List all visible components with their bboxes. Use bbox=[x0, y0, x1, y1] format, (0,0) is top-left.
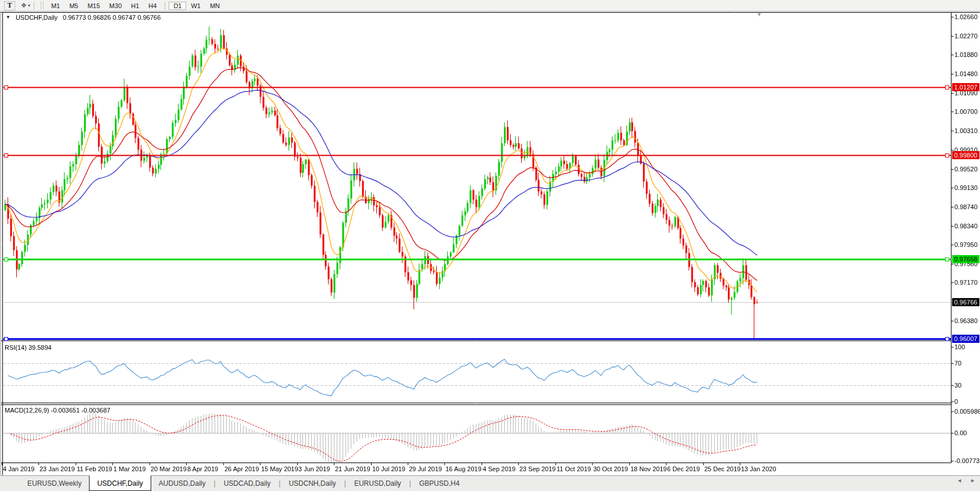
chart-tab-audusd[interactable]: AUDUSD,Daily bbox=[151, 476, 213, 491]
tab-scroll-right-icon[interactable]: ► bbox=[970, 478, 975, 483]
date-tick-label: 26 Apr 2019 bbox=[224, 465, 259, 472]
date-tick-label: 3 Jun 2019 bbox=[298, 465, 330, 472]
price-tick-label: 0.99130 bbox=[954, 184, 978, 191]
date-tick-label: 11 Feb 2019 bbox=[77, 465, 112, 472]
timeframe-button-h1[interactable]: H1 bbox=[126, 2, 144, 10]
rsi-scale-label: 30 bbox=[954, 382, 961, 389]
date-tick-label: 11 Oct 2019 bbox=[557, 465, 591, 472]
rsi-indicator-label: RSI(14) 39.5894 bbox=[5, 344, 52, 351]
price-tick-label: 1.01880 bbox=[954, 51, 978, 58]
timeframe-button-mn[interactable]: MN bbox=[205, 2, 224, 10]
scroll-position-icon[interactable]: ▼ bbox=[757, 12, 762, 17]
chart-ohlc-values: 0.96773 0.96826 0.96747 0.96766 bbox=[63, 14, 161, 21]
date-tick-label: 29 Jul 2019 bbox=[409, 465, 442, 472]
chevron-down-icon: ▾ bbox=[28, 3, 30, 8]
trading-terminal: { "toolbar": { "text_tool_label": "T", "… bbox=[0, 0, 980, 491]
toolbar-grip bbox=[41, 2, 44, 9]
timeframe-button-m1[interactable]: M1 bbox=[47, 2, 65, 10]
chart-canvas[interactable] bbox=[0, 0, 980, 491]
date-tick-label: 20 Mar 2019 bbox=[151, 465, 187, 472]
date-tick-label: 25 Dec 2019 bbox=[704, 465, 740, 472]
date-tick-label: 13 Jan 2020 bbox=[741, 465, 776, 472]
timeframe-button-h4[interactable]: H4 bbox=[144, 2, 161, 10]
price-tick-label: 1.00310 bbox=[954, 127, 978, 134]
chart-tab-bar: EURUSD,WeeklyUSDCHF,DailyAUDUSD,Daily|US… bbox=[0, 475, 980, 491]
price-tick-label: 0.97950 bbox=[954, 241, 978, 248]
price-tick-label: 0.98340 bbox=[954, 223, 978, 230]
date-tick-label: 10 Jul 2019 bbox=[372, 465, 405, 472]
date-tick-label: 23 Sep 2019 bbox=[519, 465, 555, 472]
chart-tab-gbpusd[interactable]: GBPUSD,H4 bbox=[412, 476, 467, 491]
price-level-badge: 0.96007 bbox=[952, 335, 979, 343]
chart-tab-usdcnh[interactable]: USDCNH,Daily bbox=[281, 476, 343, 491]
timeframe-toolbar: T ❖ ▾ M1M5M15M30H1H4D1W1MN bbox=[0, 0, 980, 12]
chart-tab-usdchf[interactable]: USDCHF,Daily bbox=[89, 475, 151, 491]
price-tick-label: 0.97170 bbox=[954, 279, 978, 286]
price-tick-label: 1.01480 bbox=[954, 70, 978, 77]
arrange-windows-button[interactable]: ❖ ▾ bbox=[21, 2, 30, 9]
price-tick-label: 1.00700 bbox=[954, 108, 978, 115]
price-level-badge: 1.01207 bbox=[952, 83, 979, 91]
date-tick-label: 21 Jun 2019 bbox=[335, 465, 370, 472]
chart-title: ▼ USDCHF,Daily 0.96773 0.96826 0.96747 0… bbox=[6, 14, 161, 21]
date-tick-label: 16 Aug 2019 bbox=[446, 465, 482, 472]
tab-scroll-arrows: ◄ ► bbox=[957, 478, 975, 483]
text-tool-button[interactable]: T bbox=[4, 1, 15, 10]
timeframe-button-m5[interactable]: M5 bbox=[65, 2, 83, 10]
timeframe-button-group: M1M5M15M30H1H4D1W1MN bbox=[47, 2, 224, 10]
price-level-badge: 0.96766 bbox=[952, 298, 979, 306]
chart-menu-caret-icon[interactable]: ▼ bbox=[6, 15, 10, 21]
rsi-scale-label: 0 bbox=[954, 398, 958, 405]
arrange-windows-icon: ❖ bbox=[21, 2, 27, 9]
date-tick-label: 1 Mar 2019 bbox=[113, 465, 146, 472]
date-tick-label: 18 Nov 2019 bbox=[630, 465, 667, 472]
chart-tab-eurusd[interactable]: EURUSD,Daily bbox=[347, 476, 409, 491]
macd-scale-label: 0.00 bbox=[954, 429, 967, 436]
timeframe-button-m30[interactable]: M30 bbox=[105, 2, 126, 10]
timeframe-button-d1[interactable]: D1 bbox=[169, 2, 186, 10]
rsi-scale-label: 100 bbox=[954, 343, 965, 350]
price-tick-label: 0.96380 bbox=[954, 317, 978, 324]
price-tick-label: 0.98740 bbox=[954, 203, 978, 210]
price-tick-label: 1.02660 bbox=[954, 13, 978, 20]
toolbar-separator bbox=[34, 2, 34, 10]
macd-scale-label: 0.005986 bbox=[954, 408, 980, 415]
tab-scroll-left-icon[interactable]: ◄ bbox=[957, 478, 962, 483]
chart-tab-eurusd[interactable]: EURUSD,Weekly bbox=[20, 476, 89, 491]
rsi-scale-label: 70 bbox=[954, 360, 961, 367]
macd-indicator-label: MACD(12,26,9) -0.003651 -0.003687 bbox=[5, 407, 111, 414]
date-tick-label: 15 May 2019 bbox=[261, 465, 298, 472]
date-tick-label: 8 Apr 2019 bbox=[187, 465, 218, 472]
date-tick-label: 6 Dec 2019 bbox=[667, 465, 700, 472]
date-tick-label: 30 Oct 2019 bbox=[593, 465, 628, 472]
price-tick-label: 1.02270 bbox=[954, 33, 978, 40]
timeframe-button-m15[interactable]: M15 bbox=[83, 2, 104, 10]
chart-tab-usdcad[interactable]: USDCAD,Daily bbox=[216, 476, 279, 491]
timeframe-button-w1[interactable]: W1 bbox=[186, 2, 205, 10]
price-level-badge: 0.97658 bbox=[952, 255, 979, 263]
toolbar-separator bbox=[165, 2, 165, 10]
chart-symbol-label: USDCHF,Daily bbox=[16, 14, 58, 21]
date-tick-label: 4 Jan 2019 bbox=[3, 465, 34, 472]
date-tick-label: 4 Sep 2019 bbox=[483, 465, 515, 472]
price-tick-label: 0.99520 bbox=[954, 166, 978, 173]
macd-scale-label: -0.007737 bbox=[954, 457, 980, 464]
price-level-badge: 0.99800 bbox=[952, 151, 979, 159]
date-tick-label: 23 Jan 2019 bbox=[40, 465, 75, 472]
